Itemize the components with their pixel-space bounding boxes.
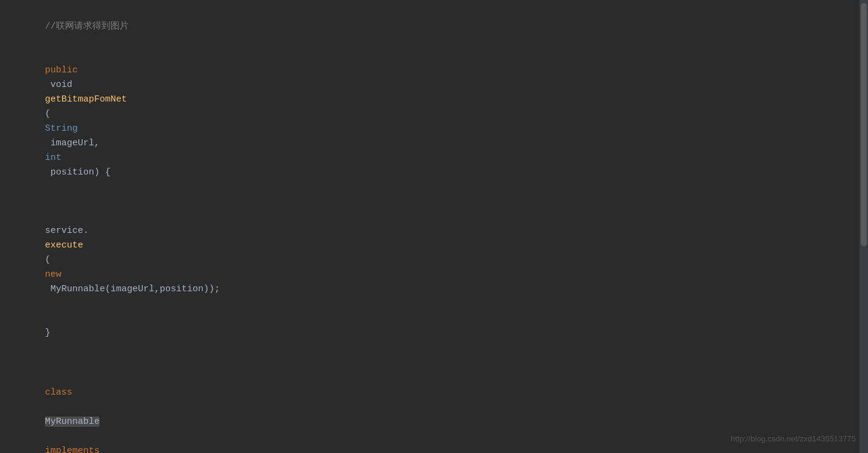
keyword: new: [45, 269, 61, 280]
type-name: int: [45, 153, 61, 163]
scrollbar[interactable]: [859, 0, 868, 453]
code-line: service. execute ( new MyRunnable(imageU…: [0, 195, 868, 311]
code-text: (: [45, 109, 50, 119]
type-name: String: [45, 123, 78, 134]
keyword: class: [45, 387, 72, 398]
class-name-highlight: MyRunnable: [45, 417, 100, 427]
keyword: implements: [45, 446, 100, 453]
code-text: service.: [45, 226, 89, 236]
code-editor: //联网请求得到图片 public void getBitmapFomNet (…: [0, 0, 868, 453]
code-text: position) {: [45, 167, 111, 178]
code-text: void: [45, 80, 78, 90]
method-name: getBitmapFomNet: [45, 94, 127, 105]
code-line: [0, 355, 868, 371]
code-text: MyRunnable(imageUrl,position));: [45, 284, 220, 294]
code-line: }: [0, 311, 868, 355]
method-name: execute: [45, 240, 83, 251]
comment-text: //联网请求得到图片: [45, 21, 129, 32]
scrollbar-thumb[interactable]: [861, 3, 867, 246]
watermark: http://blog.csdn.net/zxd1435513775: [731, 433, 856, 446]
code-text: [45, 431, 50, 441]
code-text: }: [45, 328, 50, 338]
code-text: (: [45, 255, 50, 265]
code-text: [45, 402, 50, 412]
code-line: public void getBitmapFomNet ( String ima…: [0, 49, 868, 195]
code-line: //联网请求得到图片: [0, 5, 868, 49]
code-text: imageUrl,: [45, 138, 105, 148]
keyword: public: [45, 65, 78, 75]
